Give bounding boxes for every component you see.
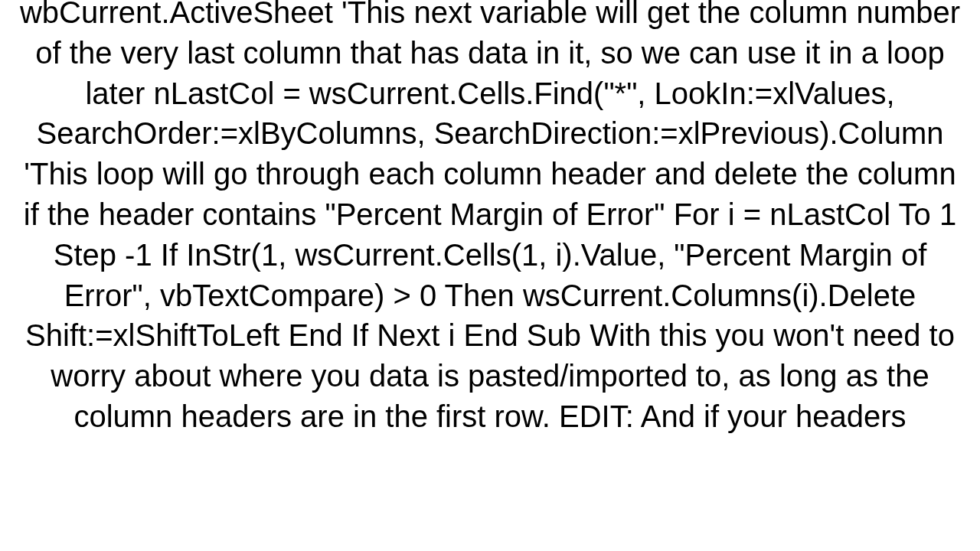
document-viewport: wbCurrent.ActiveSheet 'This next variabl… [0, 0, 980, 551]
document-body-text: wbCurrent.ActiveSheet 'This next variabl… [15, 0, 965, 437]
